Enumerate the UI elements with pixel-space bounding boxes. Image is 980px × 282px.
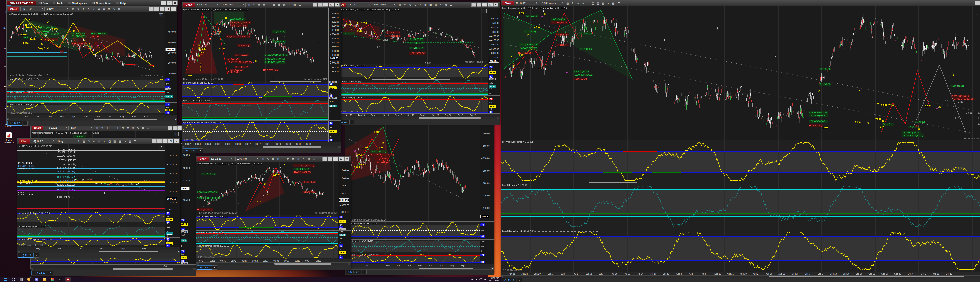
chart-button[interactable]: Chart <box>502 1 514 5</box>
menu-tools[interactable]: Tools <box>51 2 65 5</box>
toolbar-icon-3[interactable]: ⊖ <box>581 1 585 5</box>
period-selector[interactable]: 25000 Volume▼ <box>540 1 565 5</box>
toolbar-icon-3[interactable]: ⊖ <box>87 7 91 11</box>
minimize-button[interactable]: – <box>162 139 167 143</box>
pane-button[interactable] <box>313 3 317 7</box>
add-tab-button[interactable]: + <box>350 120 354 124</box>
taskbar-icon-task-view[interactable] <box>18 277 24 282</box>
maximize-button[interactable]: ❐ <box>168 139 173 143</box>
toolbar-icon-4[interactable]: + <box>116 126 119 130</box>
period-selector[interactable]: 480 Minute▼ <box>372 3 397 7</box>
taskbar-icon-ninjatrader[interactable]: N <box>65 277 70 282</box>
toolbar-icon-6[interactable]: ▦ <box>291 157 295 161</box>
maximize-button[interactable]: ❐ <box>165 7 170 11</box>
toolbar-icon-8[interactable]: ∿ <box>123 139 127 143</box>
f-button[interactable]: F <box>159 146 164 149</box>
toolbar-icon-10[interactable]: ☰ <box>298 3 302 7</box>
close-button[interactable]: ✕ <box>493 3 498 7</box>
toolbar-icon-2[interactable]: ⊕ <box>105 126 109 130</box>
tray-sync-icon[interactable]: ⟳ <box>475 278 477 281</box>
tray-speaker-icon[interactable]: 🕪 <box>484 278 486 281</box>
toolbar-icon-0[interactable]: ▥ <box>247 3 251 7</box>
close-button[interactable]: ✕ <box>334 3 340 7</box>
maximize-button[interactable]: ❐ <box>329 3 334 7</box>
period-selector[interactable]: Daily▼ <box>57 139 81 143</box>
toolbar-icon-0[interactable]: ▥ <box>95 126 99 130</box>
pane-button[interactable] <box>157 139 162 143</box>
scroll-right-arrow[interactable]: ► <box>194 268 196 270</box>
tray-caret-icon[interactable]: ^ <box>471 278 473 281</box>
toolbar-icon-9[interactable]: ▩ <box>611 1 616 5</box>
scroll-right-arrow[interactable]: ► <box>178 251 180 253</box>
toolbar-icon-10[interactable]: ☰ <box>312 157 316 161</box>
toolbar-icon-4[interactable]: + <box>418 3 422 7</box>
toolbar-icon-8[interactable]: ∿ <box>439 3 443 7</box>
scrollbar-thumb[interactable] <box>419 268 473 269</box>
toolbar-icon-2[interactable]: ⊕ <box>92 139 96 143</box>
instrument-tab[interactable]: ES 12-22 <box>183 149 198 153</box>
toolbar-icon-3[interactable]: ⊖ <box>276 157 280 161</box>
horizontal-scrollbar[interactable]: ◄► <box>7 118 177 121</box>
toolbar-icon-2[interactable]: ⊕ <box>408 3 412 7</box>
add-tab-button[interactable]: + <box>48 271 53 275</box>
instrument-tab[interactable]: CL 12-22 <box>502 278 517 282</box>
horizontal-scrollbar[interactable]: ◄► <box>182 146 341 148</box>
toolbar-icon-8[interactable]: ∿ <box>112 7 116 11</box>
toolbar-icon-2[interactable]: ⊕ <box>576 1 580 5</box>
add-tab-button[interactable]: + <box>212 265 217 270</box>
scroll-right-arrow[interactable]: ► <box>497 117 500 119</box>
pane-button[interactable] <box>471 3 476 7</box>
taskbar-icon-file-explorer[interactable] <box>42 277 47 282</box>
instrument-tab[interactable]: ES 12-22 <box>197 265 212 270</box>
toolbar-icon-6[interactable]: ▦ <box>277 3 281 7</box>
toolbar-icon-6[interactable]: ▦ <box>429 3 433 7</box>
toolbar-icon-7[interactable]: ▧ <box>107 7 111 11</box>
horizontal-scrollbar[interactable]: ◄► <box>345 267 494 270</box>
toolbar-icon-7[interactable]: ▧ <box>601 1 605 5</box>
toolbar-icon-7[interactable]: ▧ <box>118 139 122 143</box>
pane-button[interactable] <box>149 7 154 11</box>
maximize-button[interactable]: □ <box>167 1 172 5</box>
toolbar-icon-1[interactable]: ✎ <box>403 3 407 7</box>
instrument-selector[interactable]: ES 12-22▼ <box>210 157 234 161</box>
toolbar-icon-1[interactable]: ✎ <box>100 126 104 130</box>
close-button[interactable]: ✕ <box>171 7 176 11</box>
toolbar-icon-10[interactable]: ☰ <box>133 139 137 143</box>
minimize-button[interactable]: – <box>159 7 165 11</box>
toolbar-icon-4[interactable]: + <box>586 1 590 5</box>
scrollbar-thumb[interactable] <box>769 276 964 277</box>
pane-button[interactable] <box>154 7 159 11</box>
toolbar-icon-2[interactable]: ⊕ <box>257 3 261 7</box>
scrollbar-thumb[interactable] <box>418 117 480 119</box>
period-selector[interactable]: 1000 Tick▼ <box>221 3 246 7</box>
pane-button[interactable] <box>152 139 157 143</box>
instrument-selector[interactable]: ES 12-22▼ <box>21 7 45 11</box>
menu-workspaces[interactable]: Workspaces <box>66 2 89 5</box>
horizontal-scrollbar[interactable]: ◄► <box>501 276 980 278</box>
toolbar-icon-0[interactable]: ▥ <box>398 3 402 7</box>
instrument-selector[interactable]: CL 12-22▼ <box>515 1 539 5</box>
taskbar-icon-streetsmart-edge[interactable]: sse <box>57 277 63 282</box>
toolbar-icon-3[interactable]: ⊖ <box>97 139 101 143</box>
chart-button[interactable]: Chart <box>32 126 43 130</box>
toolbar-icon-6[interactable]: ▦ <box>596 1 600 5</box>
toolbar-icon-9[interactable]: ▩ <box>141 126 145 130</box>
pane-button[interactable] <box>477 3 481 7</box>
taskbar-icon-start[interactable] <box>3 277 8 282</box>
toolbar-icon-2[interactable]: ⊕ <box>271 157 275 161</box>
pane-button[interactable] <box>328 157 332 161</box>
taskbar-icon-weather[interactable]: 49° <box>26 277 31 282</box>
toolbar-icon-9[interactable]: ▩ <box>293 3 296 7</box>
instrument-tab[interactable]: RTY 12-22 <box>31 271 48 275</box>
scrollbar-thumb[interactable] <box>262 146 321 148</box>
toolbar-icon-1[interactable]: ✎ <box>571 1 575 5</box>
toolbar-icon-5[interactable]: ▤ <box>286 157 290 161</box>
instrument-selector[interactable]: ES 12-22▼ <box>196 3 220 7</box>
instrument-tab[interactable]: GC 12-22 <box>346 270 361 274</box>
scrollbar-thumb[interactable] <box>274 263 331 265</box>
chart-button[interactable]: Chart <box>197 157 209 161</box>
toolbar-icon-8[interactable]: ∿ <box>606 1 610 5</box>
toolbar-icon-3[interactable]: ⊖ <box>111 126 115 130</box>
toolbar-icon-4[interactable]: + <box>281 157 285 161</box>
scroll-left-arrow[interactable]: ◄ <box>196 263 199 265</box>
